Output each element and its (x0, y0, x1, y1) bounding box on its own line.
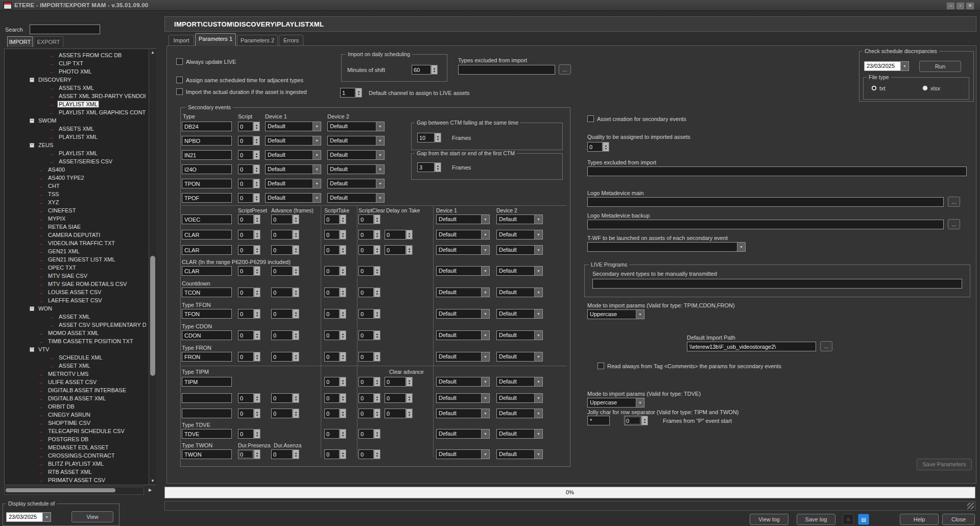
view-log-button[interactable]: View log (750, 514, 788, 525)
search-input[interactable] (30, 25, 100, 34)
scripttake-spinner[interactable]: 0 (324, 309, 346, 319)
collapse-icon[interactable] (30, 347, 34, 352)
spinner-arrows-icon[interactable] (641, 416, 648, 425)
advance-spinner[interactable]: 0 (271, 393, 299, 403)
collapse-icon[interactable] (30, 118, 34, 123)
type-field[interactable] (182, 393, 232, 403)
manual-transmit-input[interactable] (592, 279, 962, 289)
scripttake-spinner[interactable]: 0 (324, 288, 346, 297)
collapse-icon[interactable] (30, 78, 34, 82)
save-parameters-button[interactable]: Save Parameters (917, 459, 972, 470)
device1-dropdown[interactable]: Default (265, 122, 321, 131)
tree-item[interactable]: MEDIASET EDL ASSET (6, 443, 146, 451)
device2-dropdown[interactable]: Default (496, 409, 543, 418)
tree-item[interactable]: LOUISE ASSET CSV (6, 288, 146, 296)
tree-item[interactable]: PRIMATV ASSET CSV (6, 476, 146, 484)
device1-dropdown[interactable]: Default (436, 288, 490, 297)
device2-dropdown[interactable]: Default (327, 179, 385, 188)
spinner-arrows-icon[interactable] (254, 330, 260, 340)
tree-item[interactable]: ASSETS XML (6, 84, 146, 92)
advance-spinner[interactable]: 0 (271, 245, 299, 255)
spinner-arrows-icon[interactable] (254, 429, 260, 439)
jolly-frames-spinner[interactable]: 0 (624, 416, 648, 425)
spinner-arrows-icon[interactable] (374, 409, 380, 418)
device2-dropdown[interactable]: Default (327, 164, 385, 174)
import-actual-duration-checkbox[interactable] (176, 88, 183, 95)
device1-dropdown[interactable]: Default (436, 352, 490, 362)
assign-same-time-checkbox[interactable] (176, 77, 183, 83)
types-excluded-top-input[interactable] (458, 65, 555, 75)
spinner-arrows-icon[interactable] (431, 65, 438, 75)
spinner-arrows-icon[interactable] (254, 245, 260, 255)
device2-dropdown[interactable]: Default (496, 330, 543, 340)
file-type-xlsx-radio[interactable] (922, 85, 928, 91)
horizontal-scroll-thumb[interactable] (6, 488, 115, 492)
tree-item[interactable]: CAMERA DEPUTATI (6, 231, 146, 239)
type-field[interactable]: IN21 (182, 150, 232, 160)
scriptpreset-spinner[interactable]: 0 (238, 266, 260, 276)
spinner-arrows-icon[interactable] (253, 193, 260, 203)
scripttake-spinner[interactable]: 0 (324, 377, 346, 387)
type-field[interactable]: I24O (182, 164, 232, 174)
device2-dropdown[interactable]: Default (496, 393, 543, 403)
tree-item[interactable]: ORBIT DB (6, 402, 146, 411)
spinner-arrows-icon[interactable] (374, 393, 380, 403)
spinner-arrows-icon[interactable] (254, 266, 260, 276)
scripttake-spinner[interactable]: 0 (324, 266, 346, 276)
scripttake-spinner[interactable]: 0 (324, 429, 346, 439)
spinner-arrows-icon[interactable] (253, 136, 260, 146)
scriptclear-spinner[interactable]: 0 (358, 449, 380, 459)
tree-item[interactable]: MTV SIAE ROM-DETAILS CSV (6, 280, 146, 288)
device2-dropdown[interactable]: Default (496, 309, 543, 319)
scriptclear-spinner[interactable]: 0 (358, 330, 380, 340)
tree-item[interactable]: CHT (6, 182, 146, 190)
types-excluded-input[interactable] (587, 166, 967, 176)
tree-item[interactable]: MYPIX (6, 214, 146, 223)
spinner-arrows-icon[interactable] (340, 449, 346, 459)
clear-advance-spinner[interactable]: 0 (385, 393, 413, 403)
dur-presenza-spinner[interactable]: 0 (238, 449, 260, 459)
tree-item[interactable]: PLAYLIST XML (6, 149, 146, 157)
device2-dropdown[interactable]: Default (496, 230, 543, 240)
device1-dropdown[interactable]: Default (436, 230, 490, 240)
spinner-arrows-icon[interactable] (293, 309, 299, 319)
scroll-down-icon[interactable]: ▼ (149, 477, 156, 485)
scriptclear-spinner[interactable]: 0 (358, 309, 380, 319)
device1-dropdown[interactable]: Default (265, 164, 321, 174)
spinner-arrows-icon[interactable] (374, 230, 380, 240)
spinner-arrows-icon[interactable] (374, 377, 380, 387)
scriptpreset-spinner[interactable]: 0 (238, 352, 260, 362)
spinner-arrows-icon[interactable] (254, 230, 260, 240)
spinner-arrows-icon[interactable] (374, 266, 380, 276)
delay-on-take-spinner[interactable]: 0 (385, 245, 413, 255)
spinner-arrows-icon[interactable] (253, 122, 260, 131)
device1-dropdown[interactable]: Default (436, 214, 490, 224)
minimize-icon[interactable] (946, 2, 955, 10)
tree-item[interactable]: TSS (6, 190, 146, 198)
type-field[interactable]: CLAR (182, 230, 232, 240)
tree-item[interactable]: RETEA SIAE (6, 223, 146, 231)
tab-parameters-2[interactable]: Parameters 2 (237, 35, 278, 46)
tree-item[interactable]: AS400 (6, 165, 146, 174)
tree-item[interactable]: ASSETS XML (6, 125, 146, 133)
type-field[interactable]: TIPM (182, 377, 232, 387)
spinner-arrows-icon[interactable] (254, 214, 260, 224)
script-spinner[interactable]: 0 (238, 122, 260, 131)
device2-dropdown[interactable]: Default (496, 352, 543, 362)
logo-metadevice-backup-input[interactable] (587, 220, 944, 229)
spinner-arrows-icon[interactable] (406, 245, 413, 255)
device2-dropdown[interactable]: Default (327, 122, 385, 131)
default-import-path-input[interactable]: \\eterew13b\F_usb_videostorage2\ (687, 342, 816, 351)
tree-item[interactable]: DIGITALB ASSET XML (6, 394, 146, 402)
spinner-arrows-icon[interactable] (340, 409, 346, 418)
spinner-arrows-icon[interactable] (406, 377, 413, 387)
tree-item[interactable]: LAEFFE ASSET CSV (6, 296, 146, 304)
advance-spinner[interactable]: 0 (271, 409, 299, 418)
tree-item[interactable]: SCHEDULE XML (6, 353, 146, 362)
spinner-arrows-icon[interactable] (340, 266, 346, 276)
tree-item[interactable]: ASSET CSV SUPPLEMENTARY D (6, 321, 146, 329)
scriptclear-spinner[interactable]: 0 (358, 393, 380, 403)
spinner-arrows-icon[interactable] (340, 352, 346, 362)
device1-dropdown[interactable]: Default (265, 193, 321, 203)
scripttake-spinner[interactable]: 0 (324, 449, 346, 459)
